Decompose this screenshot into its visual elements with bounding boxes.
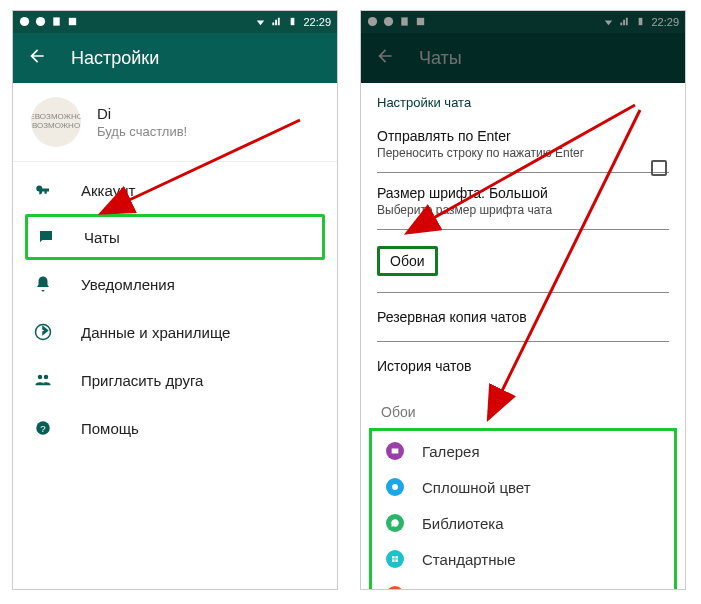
divider bbox=[377, 229, 669, 230]
svg-point-7 bbox=[368, 16, 377, 25]
clock-text: 22:29 bbox=[651, 16, 679, 28]
wallpaper-sheet: Обои Галерея Сплошной цвет Библиотека Ст… bbox=[361, 390, 685, 590]
appbar: Чаты bbox=[361, 33, 685, 83]
sheet-item-default[interactable]: Стандартные bbox=[374, 541, 672, 577]
sheet-label: Стандартные bbox=[422, 551, 516, 568]
settings-item-help[interactable]: ? Помощь bbox=[13, 404, 337, 452]
settings-label: Помощь bbox=[81, 420, 139, 437]
checkbox[interactable] bbox=[651, 160, 667, 176]
settings-label: Данные и хранилище bbox=[81, 324, 230, 341]
people-icon bbox=[33, 370, 53, 390]
divider bbox=[377, 292, 669, 293]
sheet-label: Сплошной цвет bbox=[422, 479, 531, 496]
telegram-icon bbox=[19, 16, 30, 29]
back-icon[interactable] bbox=[375, 46, 395, 71]
row-font-size[interactable]: Размер шрифта: Большой Выберите размер ш… bbox=[361, 173, 685, 229]
row-history[interactable]: История чатов bbox=[361, 342, 685, 390]
svg-point-13 bbox=[392, 484, 398, 490]
svg-rect-4 bbox=[291, 17, 295, 24]
svg-rect-17 bbox=[395, 559, 398, 562]
status-bar: 22:29 bbox=[361, 11, 685, 33]
bell-icon bbox=[33, 274, 53, 294]
clock-text: 22:29 bbox=[303, 16, 331, 28]
svg-rect-15 bbox=[395, 556, 398, 559]
signal-icon bbox=[271, 16, 282, 29]
appbar-title: Настройки bbox=[71, 48, 159, 69]
sheet-item-solid[interactable]: Сплошной цвет bbox=[374, 469, 672, 505]
palette-icon bbox=[386, 478, 404, 496]
app-icon bbox=[35, 16, 46, 29]
wifi-icon bbox=[603, 16, 614, 29]
profile-status: Будь счастлив! bbox=[97, 124, 187, 139]
settings-label: Пригласить друга bbox=[81, 372, 203, 389]
divider bbox=[377, 341, 669, 342]
avatar: НЕВОЗМОЖНОЕ ВОЗМОЖНО bbox=[31, 97, 81, 147]
section-header: Настройки чата bbox=[361, 83, 685, 116]
battery-icon bbox=[635, 16, 646, 29]
status-bar: 22:29 bbox=[13, 11, 337, 33]
row-backup[interactable]: Резервная копия чатов bbox=[361, 293, 685, 341]
whatsapp-icon bbox=[386, 514, 404, 532]
chat-icon bbox=[36, 227, 56, 247]
svg-rect-3 bbox=[69, 17, 76, 24]
svg-rect-11 bbox=[639, 17, 643, 24]
wifi-icon bbox=[255, 16, 266, 29]
row-sub: Переносить строку по нажатию Enter bbox=[377, 146, 669, 160]
svg-rect-2 bbox=[53, 17, 59, 25]
sheet-label: Библиотека bbox=[422, 515, 504, 532]
settings-label: Аккаунт bbox=[81, 182, 135, 199]
phone-chats: 22:29 Чаты Настройки чата Отправлять по … bbox=[360, 10, 686, 590]
appbar-title: Чаты bbox=[419, 48, 462, 69]
sheet-body-highlight: Галерея Сплошной цвет Библиотека Стандар… bbox=[369, 428, 677, 590]
signal-icon bbox=[619, 16, 630, 29]
telegram-icon bbox=[367, 16, 378, 29]
facebook-icon bbox=[415, 16, 426, 29]
svg-rect-10 bbox=[417, 17, 424, 24]
settings-item-invite[interactable]: Пригласить друга bbox=[13, 356, 337, 404]
settings-item-account[interactable]: Аккаунт bbox=[13, 166, 337, 214]
app-icon bbox=[383, 16, 394, 29]
wallpaper-highlight: Обои bbox=[377, 246, 438, 276]
settings-label: Уведомления bbox=[81, 276, 175, 293]
svg-point-0 bbox=[20, 16, 29, 25]
svg-rect-14 bbox=[392, 556, 395, 559]
help-icon: ? bbox=[33, 418, 53, 438]
sheet-item-gallery[interactable]: Галерея bbox=[374, 433, 672, 469]
note-icon bbox=[399, 16, 410, 29]
sheet-title: Обои bbox=[361, 390, 685, 426]
divider bbox=[13, 161, 337, 162]
cancel-icon bbox=[386, 586, 404, 590]
settings-item-data[interactable]: Данные и хранилище bbox=[13, 308, 337, 356]
svg-point-1 bbox=[36, 16, 45, 25]
row-sub: Выберите размер шрифта чата bbox=[377, 203, 669, 217]
back-icon[interactable] bbox=[27, 46, 47, 71]
sheet-label: Галерея bbox=[422, 443, 480, 460]
profile-name: Di bbox=[97, 105, 187, 122]
row-wallpaper[interactable]: Обои bbox=[361, 230, 685, 292]
svg-rect-9 bbox=[401, 17, 407, 25]
row-title: Отправлять по Enter bbox=[377, 128, 669, 144]
settings-item-notifications[interactable]: Уведомления bbox=[13, 260, 337, 308]
row-enter-send[interactable]: Отправлять по Enter Переносить строку по… bbox=[361, 116, 685, 172]
sheet-item-library[interactable]: Библиотека bbox=[374, 505, 672, 541]
sheet-label: Без обоев bbox=[422, 587, 493, 591]
svg-rect-12 bbox=[392, 449, 399, 454]
data-icon bbox=[33, 322, 53, 342]
row-title: Размер шрифта: Большой bbox=[377, 185, 669, 201]
svg-point-8 bbox=[384, 16, 393, 25]
facebook-icon bbox=[67, 16, 78, 29]
settings-item-chats[interactable]: Чаты bbox=[25, 214, 325, 260]
phone-settings: 22:29 Настройки НЕВОЗМОЖНОЕ ВОЗМОЖНО Di … bbox=[12, 10, 338, 590]
grid-icon bbox=[386, 550, 404, 568]
sheet-item-none[interactable]: Без обоев bbox=[374, 577, 672, 590]
image-icon bbox=[386, 442, 404, 460]
key-icon bbox=[33, 180, 53, 200]
svg-rect-16 bbox=[392, 559, 395, 562]
profile-row[interactable]: НЕВОЗМОЖНОЕ ВОЗМОЖНО Di Будь счастлив! bbox=[13, 83, 337, 161]
note-icon bbox=[51, 16, 62, 29]
battery-icon bbox=[287, 16, 298, 29]
svg-text:?: ? bbox=[40, 423, 46, 434]
divider bbox=[377, 172, 669, 173]
appbar: Настройки bbox=[13, 33, 337, 83]
settings-label: Чаты bbox=[84, 229, 120, 246]
